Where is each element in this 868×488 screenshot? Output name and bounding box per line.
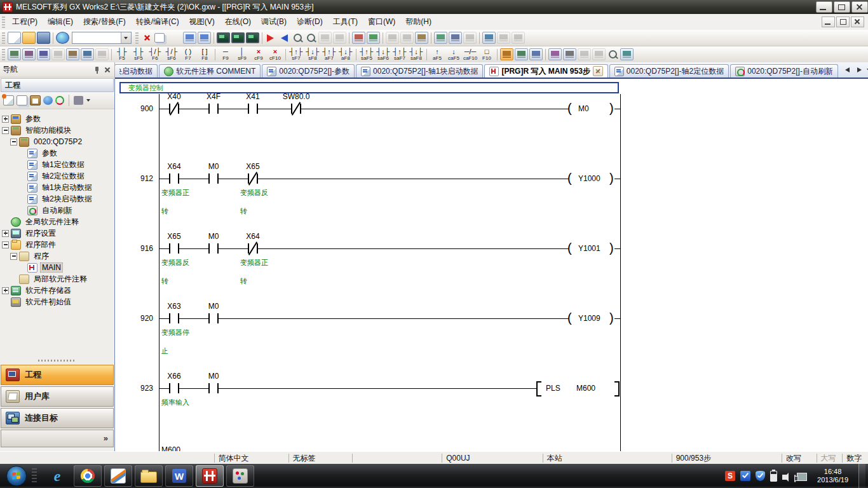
pulse-ne-contact-button[interactable]: ┤↑├saF5 (358, 47, 375, 62)
inline-statement-icon[interactable] (500, 48, 513, 60)
write-to-plc-icon[interactable] (265, 32, 277, 43)
edit-mode-icon[interactable] (515, 48, 528, 60)
tree-item-qd-parameter[interactable]: 参数 (0, 147, 114, 159)
edit-box-button[interactable]: □F10 (478, 47, 495, 62)
pin-icon[interactable] (92, 65, 101, 74)
tab-scroll-right-icon[interactable] (854, 65, 863, 74)
collapse-icon[interactable] (10, 253, 17, 260)
no-contact[interactable] (169, 313, 179, 323)
coil-label[interactable]: Y1000 (578, 174, 600, 183)
menu-drag-handle[interactable] (2, 17, 5, 28)
collapse-icon[interactable] (10, 139, 17, 146)
device-comment[interactable]: 频率输入 (161, 393, 194, 412)
read-from-plc-icon[interactable] (278, 32, 290, 43)
close-contact-button[interactable]: ┤/├F6 (147, 47, 163, 62)
sort-filter-icon[interactable] (74, 96, 83, 105)
tab-list-menu-icon[interactable] (865, 65, 868, 74)
statement-icon[interactable] (497, 32, 510, 44)
tree-item-program-setting[interactable]: 程序设置 (0, 227, 114, 239)
open-icon[interactable] (22, 32, 36, 44)
toolbar1-drag-handle[interactable] (2, 32, 5, 44)
pulse-rising-branch-button[interactable]: ┤↑├aF7 (321, 47, 337, 62)
simulation-icon[interactable] (449, 32, 462, 44)
collapse-icon[interactable] (2, 127, 9, 134)
restore-button[interactable] (834, 1, 850, 13)
vertical-line-button[interactable]: │sF9 (234, 47, 250, 62)
tab-axis2-block-start-data[interactable]: 轴2块启动数据 (114, 64, 158, 78)
tab-scroll-left-icon[interactable] (843, 65, 851, 74)
device-monitor-icon[interactable] (217, 32, 230, 43)
verify-icon[interactable] (318, 32, 332, 44)
remote-operation-icon[interactable] (333, 32, 346, 44)
taskbar-gxworks2-button[interactable] (196, 465, 224, 487)
open-contact-button[interactable]: ┤├F5 (114, 47, 130, 62)
expand-icon[interactable] (2, 116, 9, 123)
tree-item-pou[interactable]: 程序部件 (0, 239, 114, 250)
instruction-opcode[interactable]: PLS (546, 384, 560, 393)
tab-close-icon[interactable] (593, 66, 603, 76)
sogou-tray-icon[interactable]: S (725, 471, 735, 481)
tab-qd75p2-axis2-positioning-data[interactable]: 0020:QD75P2[]-轴2定位数据 (609, 64, 729, 78)
start-button[interactable] (6, 466, 27, 486)
tree-item-main[interactable]: MAIN (0, 262, 114, 273)
panel-close-icon[interactable] (103, 65, 112, 74)
expand-icon[interactable] (2, 287, 9, 294)
close-button[interactable] (851, 1, 868, 13)
note-edit-icon[interactable] (37, 48, 50, 60)
pulse-ne-close-branch-button[interactable]: ┤↓├saF8 (408, 47, 424, 62)
new-data-icon[interactable] (3, 95, 14, 105)
taskbar-reader-button[interactable] (104, 465, 132, 487)
connection-destination-button[interactable]: 连接目标 (1, 408, 114, 428)
taskbar-chrome-button[interactable] (74, 465, 102, 487)
no-contact[interactable] (208, 313, 219, 323)
thunder-tray-icon[interactable] (740, 471, 750, 481)
note-icon[interactable] (512, 32, 525, 44)
nc-contact[interactable] (291, 104, 301, 114)
ladder-editor[interactable]: 变频器控制 900 X40 X4F X41 SW80.0 ( M0 ) 912 … (114, 79, 868, 451)
no-contact[interactable] (169, 383, 179, 393)
coil-label[interactable]: Y1001 (578, 244, 600, 253)
read-mode-icon[interactable] (529, 48, 543, 60)
no-contact[interactable] (169, 173, 179, 184)
nc-contact[interactable] (248, 173, 258, 184)
ladder-color-icon[interactable] (548, 48, 562, 60)
network-icon[interactable] (797, 473, 807, 481)
paste-data-icon[interactable] (30, 95, 41, 105)
help-icon[interactable] (56, 32, 69, 44)
device-comment[interactable]: 变频器反转 (161, 254, 194, 290)
tree-item-axis1-positioning[interactable]: 轴1定位数据 (0, 159, 114, 170)
tree-item-device-memory[interactable]: 软元件存储器 (0, 285, 114, 296)
comment-edit-icon[interactable] (8, 48, 21, 60)
project-view-button[interactable]: 工程 (1, 365, 114, 385)
menu-window[interactable]: 窗口(W) (363, 15, 400, 29)
tab-qd75p2-auto-refresh[interactable]: 0020:QD75P2[]-自动刷新 (730, 64, 838, 78)
tree-item-intelligent-module[interactable]: 智能功能模块 (0, 125, 114, 136)
refresh-icon[interactable] (55, 96, 64, 105)
invert-result-up-button[interactable]: ↑aF5 (429, 47, 445, 62)
device-comment[interactable]: 变频器正转 (240, 254, 273, 290)
tab-main-program[interactable]: [PRG]R 写入 MAIN 953步 (484, 64, 607, 78)
comment-display-icon[interactable] (578, 48, 591, 60)
copy-icon[interactable] (154, 33, 165, 43)
expand-icon[interactable] (2, 230, 9, 237)
mdi-close-button[interactable] (851, 17, 864, 27)
taskbar-paint-button[interactable] (226, 465, 254, 487)
menu-edit[interactable]: 编辑(E) (43, 15, 78, 29)
menu-find-replace[interactable]: 搜索/替换(F) (78, 15, 131, 29)
menu-view[interactable]: 视图(V) (184, 15, 220, 29)
application-instruction-button[interactable]: [ ]F8 (196, 47, 213, 62)
sort-dropdown-icon[interactable] (86, 96, 92, 105)
statement-edit-icon[interactable] (22, 48, 36, 60)
no-contact[interactable] (208, 173, 219, 184)
toolbar2-drag-handle[interactable] (2, 49, 5, 60)
device-display-icon[interactable] (620, 48, 634, 60)
tree-item-program[interactable]: 程序 (0, 250, 114, 262)
minimize-button[interactable] (816, 1, 832, 13)
build-icon[interactable] (400, 32, 414, 44)
menu-help[interactable]: 帮助(H) (400, 15, 437, 29)
panel-splitter[interactable] (0, 357, 114, 363)
monitor-start-icon[interactable] (292, 32, 304, 43)
coil-label[interactable]: M0 (578, 104, 589, 113)
user-library-button[interactable]: 用户库 (1, 386, 114, 407)
property-icon[interactable] (43, 96, 53, 105)
